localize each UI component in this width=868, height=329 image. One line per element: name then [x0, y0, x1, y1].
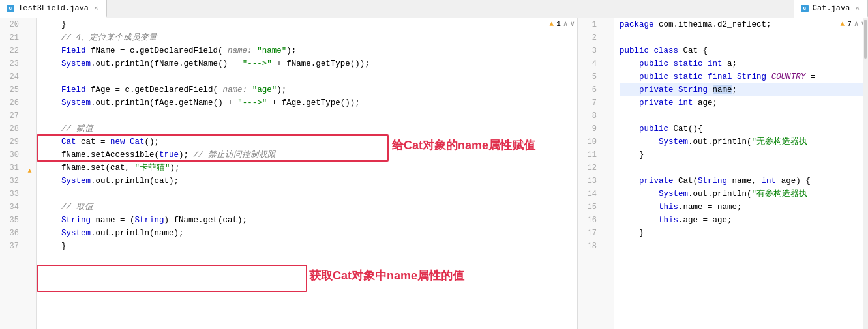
right-code-line-3: public class Cat { — [620, 44, 863, 57]
right-code-line-6: private String name; — [620, 83, 863, 96]
tab-icon-left: C — [7, 5, 14, 12]
tab-test3field[interactable]: C Test3Field.java × — [0, 0, 107, 18]
left-editor-panel: 20 21 22 23 24 25 26 27 28 29 30 31 32 3… — [0, 18, 578, 329]
tab-close-left[interactable]: × — [93, 4, 100, 13]
code-line-27 — [42, 109, 572, 122]
code-line-34: // 取值 — [42, 201, 572, 214]
right-code-line-14: System.out.println("有参构造器执 — [620, 188, 863, 201]
right-code-line-16: this.age = age; — [620, 214, 863, 227]
code-line-24 — [42, 70, 572, 83]
right-editor-content[interactable]: 1 2 3 4 5 6 7 8 9 10 11 12 13 14 15 16 1… — [578, 18, 868, 329]
left-editor-content[interactable]: 20 21 22 23 24 25 26 27 28 29 30 31 32 3… — [0, 18, 577, 329]
right-code-line-18 — [620, 240, 863, 253]
annotation-box-get — [37, 265, 307, 292]
tab-close-right[interactable]: × — [854, 4, 861, 13]
right-code-line-5: public static final String COUNTRY = — [620, 70, 863, 83]
code-line-30: fName.setAccessible(true); // 禁止访问控制权限 — [42, 149, 572, 162]
tab-cat[interactable]: C Cat.java × — [794, 0, 868, 18]
code-line-23: System.out.println(fName.getName() + "--… — [42, 57, 572, 70]
right-gutter — [601, 18, 614, 329]
left-code-area[interactable]: ▲ 1 ∧ ∨ } // 4、定位某个成员变量 Field fName = c.… — [37, 18, 577, 329]
right-code-line-8 — [620, 109, 863, 122]
tabs-bar: C Test3Field.java × C Cat.java × — [0, 0, 868, 18]
code-line-32: System.out.println(cat); — [42, 175, 572, 188]
code-line-33 — [42, 188, 572, 201]
right-line-numbers: 1 2 3 4 5 6 7 8 9 10 11 12 13 14 15 16 1… — [578, 18, 601, 329]
code-line-28: // 赋值 — [42, 122, 572, 136]
code-line-35: String name = (String) fName.get(cat); — [42, 214, 572, 227]
code-line-22: Field fName = c.getDeclaredField( name: … — [42, 44, 572, 57]
code-line-29: Cat cat = new Cat(); — [42, 136, 572, 149]
code-line-20: } — [42, 18, 572, 31]
right-code-line-9: public Cat(){ — [620, 122, 863, 136]
right-code-line-1: package com.itheima.d2_reflect; — [620, 18, 863, 31]
right-scrollbar[interactable] — [863, 18, 868, 329]
right-editor-panel: 1 2 3 4 5 6 7 8 9 10 11 12 13 14 15 16 1… — [578, 18, 868, 329]
editors-container: 20 21 22 23 24 25 26 27 28 29 30 31 32 3… — [0, 18, 868, 329]
right-code-line-12 — [620, 162, 863, 175]
right-code-line-10: System.out.println("无参构造器执 — [620, 136, 863, 149]
tab-icon-right: C — [801, 5, 809, 12]
annotation-label-get: 获取Cat对象中name属性的值 — [309, 268, 464, 283]
code-line-26: System.out.println(fAge.getName() + "---… — [42, 96, 572, 109]
right-code-line-11: } — [620, 149, 863, 162]
code-line-25: Field fAge = c.getDeclaredField( name: "… — [42, 83, 572, 96]
right-code-line-13: private Cat(String name, int age) { — [620, 175, 863, 188]
tab-label-right: Cat.java — [813, 4, 850, 13]
code-line-31: fName.set(cat, "卡菲猫"); — [42, 162, 572, 175]
code-line-21: // 4、定位某个成员变量 — [42, 31, 572, 44]
right-code-line-17: } — [620, 227, 863, 240]
tab-label-left: Test3Field.java — [18, 4, 89, 13]
right-code-line-2 — [620, 31, 863, 44]
code-line-37: } — [42, 240, 572, 253]
right-scrollbar-thumb[interactable] — [864, 20, 867, 59]
right-code-line-15: this.name = name; — [620, 201, 863, 214]
code-line-36: System.out.println(name); — [42, 227, 572, 240]
left-line-numbers: 20 21 22 23 24 25 26 27 28 29 30 31 32 3… — [0, 18, 23, 329]
right-code-area[interactable]: ▲ 7 ∧ ∨ package com.itheima.d2_reflect; … — [614, 18, 868, 329]
right-code-line-4: public static int a; — [620, 57, 863, 70]
right-code-line-7: private int age; — [620, 96, 863, 109]
left-gutter: ▲ — [23, 18, 37, 329]
